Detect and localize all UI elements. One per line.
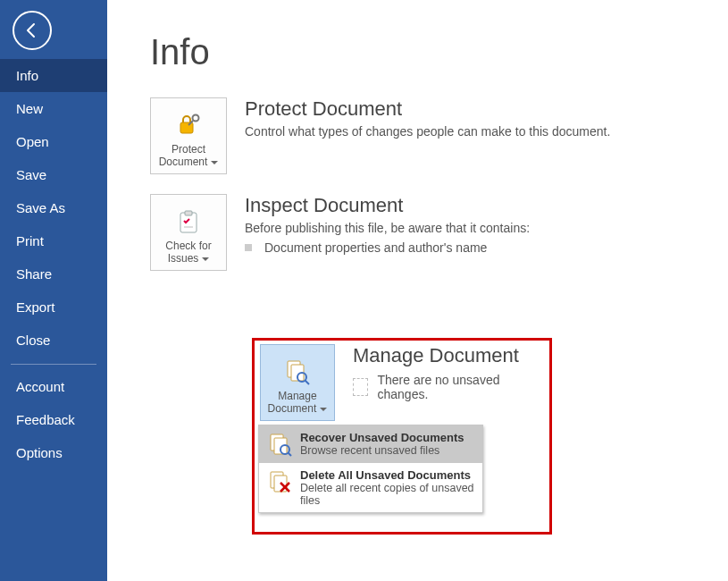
- menu-recover-title: Recover Unsaved Documents: [300, 431, 464, 444]
- nav-primary: Info New Open Save Save As Print Share E…: [0, 59, 107, 469]
- nav-item-feedback[interactable]: Feedback: [0, 403, 107, 436]
- nav-item-export[interactable]: Export: [0, 290, 107, 324]
- nav-item-save[interactable]: Save: [0, 158, 107, 191]
- nav-item-open[interactable]: Open: [0, 125, 107, 158]
- nav-item-new[interactable]: New: [0, 92, 107, 125]
- menu-recover-sub: Browse recent unsaved files: [300, 444, 464, 457]
- menu-recover-unsaved[interactable]: Recover Unsaved Documents Browse recent …: [259, 425, 482, 463]
- svg-line-13: [289, 453, 292, 457]
- inspect-btn-line2: Issues: [168, 252, 199, 265]
- inspect-description: Before publishing this file, be aware th…: [245, 221, 530, 235]
- nav-item-print[interactable]: Print: [0, 224, 107, 257]
- nav-item-info[interactable]: Info: [0, 59, 107, 92]
- lock-key-icon: [173, 109, 204, 139]
- inspect-btn-line1: Check for: [165, 240, 211, 252]
- menu-delete-unsaved[interactable]: Delete All Unsaved Documents Delete all …: [259, 463, 482, 512]
- protect-text-block: Protect Document Control what types of c…: [245, 97, 610, 139]
- protect-description: Control what types of changes people can…: [245, 124, 610, 139]
- manage-text-block: Manage Document There are no unsaved cha…: [353, 344, 549, 401]
- delete-icon: [266, 468, 293, 495]
- manage-btn-line2: Document: [268, 402, 317, 415]
- check-for-issues-button[interactable]: Check for Issues: [150, 194, 227, 271]
- svg-point-1: [193, 115, 199, 122]
- menu-delete-title: Delete All Unsaved Documents: [300, 468, 475, 482]
- dropdown-caret-icon: [211, 161, 218, 164]
- back-button[interactable]: [13, 11, 52, 50]
- nav-item-account[interactable]: Account: [0, 370, 107, 403]
- manage-document-button[interactable]: Manage Document: [260, 344, 335, 421]
- protect-title: Protect Document: [245, 97, 610, 121]
- dropdown-caret-icon: [202, 257, 209, 261]
- manage-description: There are no unsaved changes.: [377, 373, 549, 401]
- main-panel: Info Protect Document P: [107, 0, 728, 581]
- nav-item-close[interactable]: Close: [0, 324, 107, 357]
- inspect-title: Inspect Document: [245, 194, 530, 217]
- manage-title: Manage Document: [353, 344, 549, 367]
- section-inspect: Check for Issues Inspect Document Before…: [150, 194, 728, 271]
- protect-document-button[interactable]: Protect Document: [150, 97, 227, 174]
- svg-rect-0: [180, 122, 193, 133]
- recover-icon: [266, 431, 293, 458]
- svg-line-9: [305, 381, 309, 385]
- document-small-icon: [353, 378, 369, 396]
- dropdown-caret-icon: [320, 408, 327, 411]
- app-root: Info New Open Save Save As Print Share E…: [0, 0, 728, 581]
- nav-item-options[interactable]: Options: [0, 436, 107, 469]
- protect-btn-line2: Document: [159, 156, 208, 168]
- protect-btn-line1: Protect: [172, 143, 205, 156]
- manage-btn-line1: Manage: [278, 390, 316, 402]
- checklist-icon: [175, 209, 202, 236]
- svg-rect-4: [185, 211, 192, 215]
- inspect-bullet-1: Document properties and author's name: [264, 240, 487, 255]
- highlight-manage-document: Manage Document Manage Document There ar…: [252, 338, 552, 535]
- nav-item-share[interactable]: Share: [0, 257, 107, 290]
- nav-separator: [11, 364, 96, 365]
- inspect-text-block: Inspect Document Before publishing this …: [245, 194, 530, 255]
- manage-document-icon: [283, 358, 312, 386]
- backstage-sidebar: Info New Open Save Save As Print Share E…: [0, 0, 107, 581]
- bullet-icon: [245, 244, 252, 251]
- section-protect: Protect Document Protect Document Contro…: [150, 97, 728, 174]
- back-arrow-icon: [23, 21, 41, 39]
- menu-delete-sub: Delete all recent copies of unsaved file…: [300, 482, 475, 507]
- nav-item-save-as[interactable]: Save As: [0, 191, 107, 224]
- manage-document-menu: Recover Unsaved Documents Browse recent …: [258, 425, 483, 513]
- page-title: Info: [150, 32, 728, 72]
